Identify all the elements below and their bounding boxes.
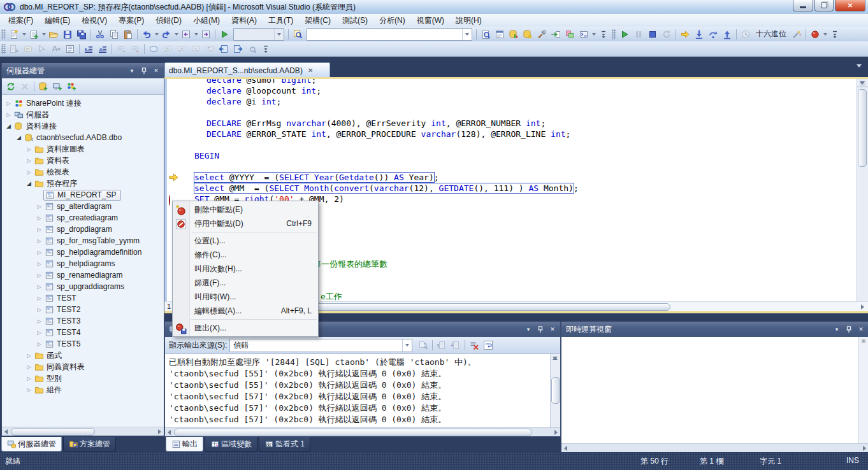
refresh-icon[interactable]: [4, 80, 18, 93]
immediate-title-bar[interactable]: 即時運算視窗 ▾ ✕: [561, 322, 868, 337]
expand-arrow-icon[interactable]: ▷: [35, 215, 43, 221]
output-source-combobox[interactable]: 偵錯: [229, 339, 412, 352]
show-next-statement-icon[interactable]: [678, 28, 692, 41]
tree-item[interactable]: ▷sp_upgraddiagrams: [2, 281, 164, 292]
save-icon[interactable]: [61, 28, 75, 41]
title-bar[interactable]: dbo.MI_REPORT_SP: 預存程序(ctaonb\secfud.AAD…: [0, 0, 868, 15]
bubble-forward-icon[interactable]: [203, 43, 217, 55]
document-tab[interactable]: dbo.MI_REPORT_S...nb\secfud.AADB) ✕: [164, 62, 330, 78]
tree-item[interactable]: ▷TEST3: [2, 315, 164, 327]
stop-icon[interactable]: [646, 28, 660, 41]
zoom-control-fragment[interactable]: 1: [167, 303, 171, 310]
tree-item[interactable]: ◢預存程序: [2, 178, 164, 189]
find-message-icon[interactable]: [416, 339, 430, 352]
tree-item[interactable]: ▷SharePoint 連接: [2, 97, 164, 109]
expand-arrow-icon[interactable]: ▷: [25, 353, 33, 359]
expand-arrow-icon[interactable]: ▷: [25, 387, 33, 393]
restart-icon[interactable]: [660, 28, 674, 41]
new-item-icon[interactable]: [7, 28, 21, 41]
uncomment-lines-icon[interactable]: [128, 43, 142, 55]
doc-back-icon[interactable]: [217, 43, 231, 55]
minimize-button[interactable]: [793, 0, 813, 11]
clear-all-icon[interactable]: [467, 339, 481, 352]
properties-window-icon[interactable]: [493, 28, 507, 41]
menu-item-8[interactable]: 工具(T): [263, 14, 299, 27]
tree-item[interactable]: ▷資料庫圖表: [2, 143, 164, 155]
editor-vscrollbar[interactable]: [857, 79, 868, 301]
expand-arrow-icon[interactable]: ▷: [35, 238, 43, 244]
tree-item[interactable]: ▷TEST5: [2, 338, 164, 350]
tree-item[interactable]: ▷sp_helpdiagramdefinition: [2, 246, 164, 258]
copy-icon[interactable]: [107, 28, 121, 41]
pin-icon[interactable]: [844, 325, 854, 334]
tree-item[interactable]: MI_REPORT_SP: [2, 189, 164, 201]
collapse-arrow-icon[interactable]: ◢: [4, 123, 13, 129]
tree-item[interactable]: ◢ctaonb\secfud.AADB.dbo: [2, 132, 164, 143]
pin-icon[interactable]: [535, 325, 546, 334]
word-wrap-icon[interactable]: [481, 339, 495, 352]
menu-item-9[interactable]: 架構(C): [299, 14, 336, 27]
context-menu-item[interactable]: 篩選(F)...: [173, 276, 318, 290]
immediate-hscrollbar[interactable]: [561, 443, 868, 452]
dropdown-arrow-icon[interactable]: [822, 28, 828, 41]
overflow-icon[interactable]: [259, 43, 273, 55]
overflow-icon[interactable]: [597, 28, 611, 41]
step-over-icon[interactable]: [706, 28, 720, 41]
connect-sharepoint-icon[interactable]: [64, 80, 78, 93]
server-explorer-title-bar[interactable]: 伺服器總管 ▾ ✕: [2, 63, 164, 78]
tree-item[interactable]: ▷伺服器: [2, 109, 164, 120]
expand-arrow-icon[interactable]: ▷: [35, 273, 43, 278]
collapse-arrow-icon[interactable]: ◢: [15, 134, 23, 141]
context-menu-item[interactable]: 刪除中斷點(E): [173, 203, 318, 217]
tree-item[interactable]: ▷組件: [2, 384, 164, 395]
redo-icon[interactable]: [159, 28, 173, 41]
bubble-next-icon[interactable]: [175, 43, 189, 55]
context-menu-item[interactable]: 位置(L)...: [173, 234, 318, 248]
context-menu-item[interactable]: 編輯標籤(A)...Alt+F9, L: [173, 304, 318, 318]
tree-item[interactable]: ▷TEST4: [2, 327, 164, 338]
undo-icon[interactable]: [140, 28, 154, 41]
server-objects-icon[interactable]: [507, 28, 521, 41]
close-button[interactable]: ✕: [835, 0, 865, 11]
dropdown-arrow-icon[interactable]: [21, 28, 27, 41]
comment-lines-icon[interactable]: [114, 43, 128, 55]
document-list-dropdown-icon[interactable]: [857, 68, 862, 76]
expand-arrow-icon[interactable]: ▷: [35, 296, 43, 301]
expand-arrow-icon[interactable]: ▷: [35, 284, 43, 290]
schema-compare-icon[interactable]: [563, 28, 577, 41]
goto-next-message-icon[interactable]: [449, 339, 463, 352]
bubble-prev-icon[interactable]: [161, 43, 175, 55]
intellitrace-icon[interactable]: [790, 28, 804, 41]
menu-item-13[interactable]: 說明(H): [450, 14, 488, 27]
tree-item[interactable]: ▷同義資料表: [2, 361, 164, 373]
menu-item-7[interactable]: 資料(A): [226, 14, 263, 27]
tab-區域變數[interactable]: 區域變數: [205, 437, 257, 452]
break-all-icon[interactable]: [632, 28, 646, 41]
dropdown-arrow-icon[interactable]: [173, 28, 179, 41]
tree-item[interactable]: ◢資料連接: [2, 120, 164, 132]
doc-forward-icon[interactable]: [231, 43, 245, 55]
tree-item[interactable]: ▷函式: [2, 350, 164, 361]
quick-info-icon[interactable]: [35, 43, 49, 55]
start-debug-icon[interactable]: [217, 28, 231, 41]
tree-item[interactable]: ▷TEST: [2, 292, 164, 304]
expand-arrow-icon[interactable]: ▷: [25, 364, 33, 370]
properties-lines-icon[interactable]: [63, 43, 77, 55]
tools-icon[interactable]: [535, 28, 549, 41]
goto-prev-message-icon[interactable]: [435, 339, 449, 352]
dropdown-arrow-icon[interactable]: [41, 28, 47, 41]
toolbar-combobox[interactable]: [307, 28, 472, 41]
window-menu-icon[interactable]: ▾: [832, 325, 842, 334]
expand-arrow-icon[interactable]: ▷: [35, 204, 43, 210]
database-wizard-icon[interactable]: [521, 28, 535, 41]
import-export-icon[interactable]: [549, 28, 563, 41]
save-all-icon[interactable]: [75, 28, 89, 41]
decrease-indent-icon[interactable]: [96, 43, 110, 55]
menu-item-5[interactable]: 偵錯(D): [150, 14, 187, 27]
close-icon[interactable]: ✕: [547, 325, 558, 334]
tree-item[interactable]: ▷型別: [2, 373, 164, 384]
tab-close-icon[interactable]: ✕: [308, 67, 313, 74]
breakpoint-icon[interactable]: [808, 28, 822, 41]
expand-arrow-icon[interactable]: ▷: [35, 261, 43, 267]
tree-item[interactable]: ▷sp_alterdiagram: [2, 201, 164, 212]
